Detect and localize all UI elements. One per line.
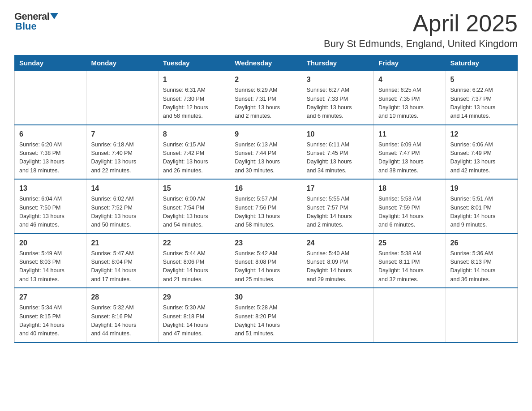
month-title: April 2025 xyxy=(324,11,518,36)
calendar-cell xyxy=(302,288,373,342)
day-number: 27 xyxy=(19,292,82,303)
day-info: Sunrise: 5:42 AMSunset: 8:08 PMDaylight:… xyxy=(235,249,297,284)
day-info: Sunrise: 6:06 AMSunset: 7:49 PMDaylight:… xyxy=(450,141,513,176)
day-info: Sunrise: 6:18 AMSunset: 7:40 PMDaylight:… xyxy=(91,141,153,176)
weekday-header-wednesday: Wednesday xyxy=(230,56,302,71)
day-number: 1 xyxy=(163,74,225,85)
day-number: 2 xyxy=(235,74,297,85)
day-info: Sunrise: 5:34 AMSunset: 8:15 PMDaylight:… xyxy=(19,304,82,338)
page-header: General Blue April 2025 Bury St Edmunds,… xyxy=(14,11,518,50)
calendar-cell: 9Sunrise: 6:13 AMSunset: 7:44 PMDaylight… xyxy=(230,125,302,180)
calendar-cell: 26Sunrise: 5:36 AMSunset: 8:13 PMDayligh… xyxy=(446,234,517,288)
weekday-header-saturday: Saturday xyxy=(446,56,517,71)
calendar-cell: 7Sunrise: 6:18 AMSunset: 7:40 PMDaylight… xyxy=(86,125,158,180)
calendar-cell: 14Sunrise: 6:02 AMSunset: 7:52 PMDayligh… xyxy=(86,179,158,234)
calendar-cell: 22Sunrise: 5:44 AMSunset: 8:06 PMDayligh… xyxy=(158,234,230,288)
calendar-cell: 8Sunrise: 6:15 AMSunset: 7:42 PMDaylight… xyxy=(158,125,230,180)
day-number: 14 xyxy=(91,183,153,194)
day-number: 13 xyxy=(19,183,82,194)
day-info: Sunrise: 5:55 AMSunset: 7:57 PMDaylight:… xyxy=(307,195,369,230)
day-info: Sunrise: 5:40 AMSunset: 8:09 PMDaylight:… xyxy=(307,249,369,284)
calendar-cell: 5Sunrise: 6:22 AMSunset: 7:37 PMDaylight… xyxy=(446,71,517,125)
calendar-week-3: 13Sunrise: 6:04 AMSunset: 7:50 PMDayligh… xyxy=(15,179,518,234)
day-info: Sunrise: 5:38 AMSunset: 8:11 PMDaylight:… xyxy=(378,249,441,284)
day-number: 23 xyxy=(235,238,297,248)
calendar-cell: 6Sunrise: 6:20 AMSunset: 7:38 PMDaylight… xyxy=(15,125,86,180)
calendar-week-1: 1Sunrise: 6:31 AMSunset: 7:30 PMDaylight… xyxy=(15,71,518,125)
day-info: Sunrise: 6:20 AMSunset: 7:38 PMDaylight:… xyxy=(19,141,82,176)
day-number: 6 xyxy=(19,129,82,140)
calendar-cell: 28Sunrise: 5:32 AMSunset: 8:16 PMDayligh… xyxy=(86,288,158,342)
calendar-cell: 23Sunrise: 5:42 AMSunset: 8:08 PMDayligh… xyxy=(230,234,302,288)
calendar-cell: 1Sunrise: 6:31 AMSunset: 7:30 PMDaylight… xyxy=(158,71,230,125)
calendar-cell xyxy=(374,288,446,342)
day-number: 30 xyxy=(235,292,297,303)
day-number: 15 xyxy=(163,183,225,194)
day-number: 4 xyxy=(378,74,441,85)
weekday-header-thursday: Thursday xyxy=(302,56,373,71)
logo-blue: Blue xyxy=(15,21,37,32)
weekday-header-row: SundayMondayTuesdayWednesdayThursdayFrid… xyxy=(15,56,518,71)
day-info: Sunrise: 5:53 AMSunset: 7:59 PMDaylight:… xyxy=(378,195,441,230)
calendar-cell: 3Sunrise: 6:27 AMSunset: 7:33 PMDaylight… xyxy=(302,71,373,125)
day-info: Sunrise: 6:15 AMSunset: 7:42 PMDaylight:… xyxy=(163,141,225,176)
calendar-cell: 2Sunrise: 6:29 AMSunset: 7:31 PMDaylight… xyxy=(230,71,302,125)
calendar-cell xyxy=(15,71,86,125)
calendar-cell: 20Sunrise: 5:49 AMSunset: 8:03 PMDayligh… xyxy=(15,234,86,288)
logo: General Blue xyxy=(14,11,58,32)
calendar-cell: 16Sunrise: 5:57 AMSunset: 7:56 PMDayligh… xyxy=(230,179,302,234)
calendar-cell: 19Sunrise: 5:51 AMSunset: 8:01 PMDayligh… xyxy=(446,179,517,234)
day-number: 9 xyxy=(235,129,297,140)
day-info: Sunrise: 6:09 AMSunset: 7:47 PMDaylight:… xyxy=(378,141,441,176)
calendar-table: SundayMondayTuesdayWednesdayThursdayFrid… xyxy=(14,55,518,343)
day-info: Sunrise: 5:49 AMSunset: 8:03 PMDaylight:… xyxy=(19,249,82,284)
day-number: 7 xyxy=(91,129,153,140)
day-number: 20 xyxy=(19,238,82,248)
calendar-cell: 27Sunrise: 5:34 AMSunset: 8:15 PMDayligh… xyxy=(15,288,86,342)
calendar-cell xyxy=(446,288,517,342)
weekday-header-friday: Friday xyxy=(374,56,446,71)
calendar-cell: 13Sunrise: 6:04 AMSunset: 7:50 PMDayligh… xyxy=(15,179,86,234)
day-info: Sunrise: 5:30 AMSunset: 8:18 PMDaylight:… xyxy=(163,304,225,338)
day-info: Sunrise: 5:32 AMSunset: 8:16 PMDaylight:… xyxy=(91,304,153,338)
day-info: Sunrise: 5:57 AMSunset: 7:56 PMDaylight:… xyxy=(235,195,297,230)
calendar-week-4: 20Sunrise: 5:49 AMSunset: 8:03 PMDayligh… xyxy=(15,234,518,288)
day-info: Sunrise: 5:51 AMSunset: 8:01 PMDaylight:… xyxy=(450,195,513,230)
calendar-cell: 11Sunrise: 6:09 AMSunset: 7:47 PMDayligh… xyxy=(374,125,446,180)
calendar-cell: 24Sunrise: 5:40 AMSunset: 8:09 PMDayligh… xyxy=(302,234,373,288)
day-number: 25 xyxy=(378,238,441,248)
day-info: Sunrise: 5:36 AMSunset: 8:13 PMDaylight:… xyxy=(450,249,513,284)
day-number: 18 xyxy=(378,183,441,194)
day-info: Sunrise: 6:13 AMSunset: 7:44 PMDaylight:… xyxy=(235,141,297,176)
day-number: 17 xyxy=(307,183,369,194)
day-number: 16 xyxy=(235,183,297,194)
day-number: 19 xyxy=(450,183,513,194)
day-info: Sunrise: 6:22 AMSunset: 7:37 PMDaylight:… xyxy=(450,86,513,121)
day-info: Sunrise: 6:04 AMSunset: 7:50 PMDaylight:… xyxy=(19,195,82,230)
calendar-header: SundayMondayTuesdayWednesdayThursdayFrid… xyxy=(15,56,518,71)
calendar-cell: 15Sunrise: 6:00 AMSunset: 7:54 PMDayligh… xyxy=(158,179,230,234)
calendar-cell: 30Sunrise: 5:28 AMSunset: 8:20 PMDayligh… xyxy=(230,288,302,342)
calendar-body: 1Sunrise: 6:31 AMSunset: 7:30 PMDaylight… xyxy=(15,71,518,342)
day-info: Sunrise: 6:31 AMSunset: 7:30 PMDaylight:… xyxy=(163,86,225,121)
title-section: April 2025 Bury St Edmunds, England, Uni… xyxy=(324,11,518,50)
calendar-cell: 25Sunrise: 5:38 AMSunset: 8:11 PMDayligh… xyxy=(374,234,446,288)
day-number: 8 xyxy=(163,129,225,140)
day-number: 5 xyxy=(450,74,513,85)
calendar-cell: 10Sunrise: 6:11 AMSunset: 7:45 PMDayligh… xyxy=(302,125,373,180)
calendar-cell: 4Sunrise: 6:25 AMSunset: 7:35 PMDaylight… xyxy=(374,71,446,125)
day-number: 26 xyxy=(450,238,513,248)
day-info: Sunrise: 5:44 AMSunset: 8:06 PMDaylight:… xyxy=(163,249,225,284)
calendar-week-5: 27Sunrise: 5:34 AMSunset: 8:15 PMDayligh… xyxy=(15,288,518,342)
day-info: Sunrise: 6:29 AMSunset: 7:31 PMDaylight:… xyxy=(235,86,297,121)
day-info: Sunrise: 6:25 AMSunset: 7:35 PMDaylight:… xyxy=(378,86,441,121)
weekday-header-tuesday: Tuesday xyxy=(158,56,230,71)
day-info: Sunrise: 6:02 AMSunset: 7:52 PMDaylight:… xyxy=(91,195,153,230)
day-number: 3 xyxy=(307,74,369,85)
location-title: Bury St Edmunds, England, United Kingdom xyxy=(324,38,518,50)
weekday-header-sunday: Sunday xyxy=(15,56,86,71)
day-number: 29 xyxy=(163,292,225,303)
day-info: Sunrise: 5:47 AMSunset: 8:04 PMDaylight:… xyxy=(91,249,153,284)
day-number: 12 xyxy=(450,129,513,140)
day-number: 10 xyxy=(307,129,369,140)
